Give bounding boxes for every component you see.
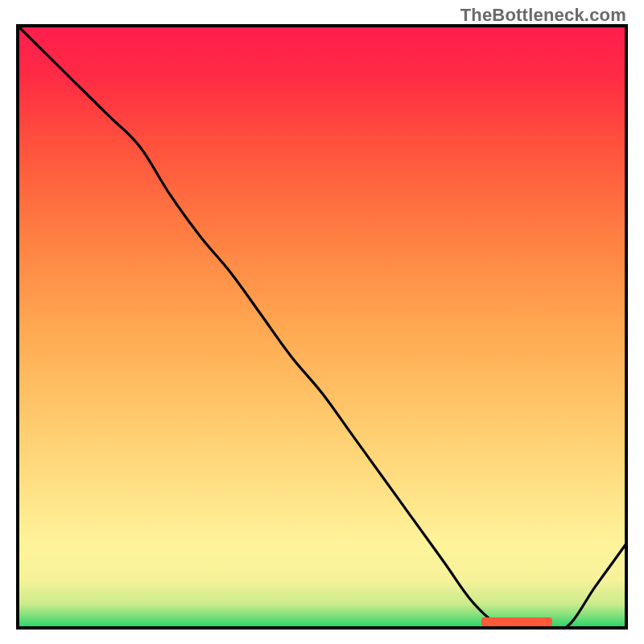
watermark-text: TheBottleneck.com [460,5,626,26]
bottleneck-chart: OPTIMUM [16,24,628,630]
chart-container: OPTIMUM [16,24,628,630]
optimum-label: OPTIMUM [497,617,538,626]
optimum-marker: OPTIMUM [481,617,552,626]
